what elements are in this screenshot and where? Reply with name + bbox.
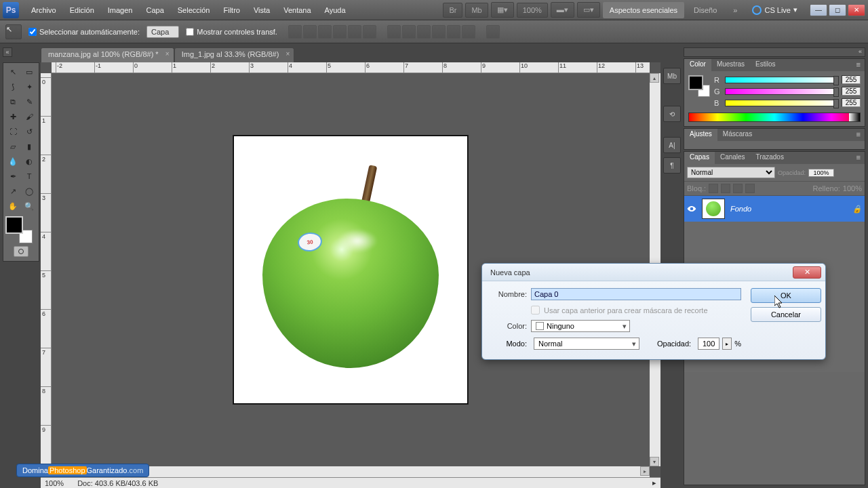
quick-select-tool[interactable]: ✦ (21, 79, 37, 94)
window-minimize[interactable]: — (810, 4, 827, 16)
blend-mode-select[interactable]: Normal (687, 167, 775, 178)
view-extras-dropdown[interactable]: ▦▾ (491, 2, 514, 18)
align-right-icon[interactable] (363, 25, 376, 39)
align-vcenter-icon[interactable] (303, 25, 317, 39)
tab-close-icon[interactable]: × (286, 50, 290, 58)
color-panel-menu[interactable]: ≡ (852, 59, 865, 71)
r-slider[interactable] (725, 77, 837, 83)
color-fg-swatch[interactable] (688, 75, 703, 90)
layer-visibility-icon[interactable] (684, 204, 699, 214)
dist-vcenter-icon[interactable] (402, 25, 416, 39)
layer-thumbnail[interactable] (702, 199, 725, 219)
autoselect-target-select[interactable]: Capa (146, 26, 179, 38)
g-value[interactable]: 255 (842, 87, 861, 96)
color-spectrum[interactable] (688, 113, 861, 122)
bridge-button[interactable]: Br (443, 3, 462, 18)
lock-pixels-icon[interactable] (721, 184, 730, 193)
adjustments-panel-menu[interactable]: ≡ (852, 129, 865, 141)
menu-edicion[interactable]: Edición (63, 2, 101, 18)
b-value[interactable]: 255 (842, 98, 861, 107)
path-select-tool[interactable]: ↗ (5, 184, 21, 199)
eraser-tool[interactable]: ▱ (5, 139, 21, 154)
zoom-tool[interactable]: 🔍 (21, 199, 37, 214)
panel-icon-paragraph[interactable]: ¶ (663, 157, 681, 174)
menu-ayuda[interactable]: Ayuda (318, 2, 353, 18)
tab-swatches[interactable]: Muestras (711, 59, 750, 71)
dist-bottom-icon[interactable] (417, 25, 431, 39)
screen-mode-dropdown[interactable]: ▭▾ (577, 2, 600, 18)
menu-capa[interactable]: Capa (139, 2, 170, 18)
tab-styles[interactable]: Estilos (750, 59, 781, 71)
document-tab-manzana[interactable]: manzana.jpg al 100% (RGB/8#) * × (41, 47, 174, 62)
layers-panel-menu[interactable]: ≡ (852, 152, 865, 164)
b-slider[interactable] (725, 100, 837, 106)
align-left-icon[interactable] (333, 25, 347, 39)
window-maximize[interactable]: ◻ (829, 4, 846, 16)
fill-value[interactable]: 100% (843, 184, 862, 192)
tabstrip-expand[interactable]: « (3, 47, 12, 57)
stamp-tool[interactable]: ⛶ (5, 124, 21, 139)
show-transform-check[interactable] (186, 28, 194, 36)
dialog-titlebar[interactable]: Nueva capa ✕ (482, 264, 825, 281)
healing-tool[interactable]: ✚ (5, 109, 21, 124)
r-value[interactable]: 255 (842, 75, 861, 84)
tab-channels[interactable]: Canales (715, 152, 751, 164)
menu-seleccion[interactable]: Selección (171, 2, 217, 18)
lock-position-icon[interactable] (733, 184, 743, 193)
show-transform-checkbox[interactable]: Mostrar controles transf. (186, 28, 277, 36)
panel-icon-history[interactable]: ⟲ (663, 106, 681, 122)
workspace-more[interactable]: » (726, 2, 744, 18)
type-tool[interactable]: T (21, 169, 37, 184)
layer-color-select[interactable]: Ninguno (531, 320, 630, 332)
scroll-right-button[interactable]: ▸ (640, 466, 650, 476)
zoom-dropdown[interactable]: 100% (517, 3, 548, 18)
crop-tool[interactable]: ⧉ (5, 94, 21, 109)
menu-archivo[interactable]: Archivo (24, 2, 63, 18)
status-doc[interactable]: Doc: 403.6 KB/403.6 KB (77, 479, 158, 487)
eyedropper-tool[interactable]: ✎ (21, 94, 37, 109)
foreground-background-colors[interactable] (5, 216, 37, 243)
layer-name[interactable]: Fondo (728, 205, 850, 213)
tab-masks[interactable]: Máscaras (717, 129, 757, 141)
panel-icon-character[interactable]: A| (663, 137, 681, 153)
dialog-close-button[interactable]: ✕ (793, 266, 821, 279)
foreground-swatch[interactable] (5, 216, 23, 234)
menu-imagen[interactable]: Imagen (101, 2, 140, 18)
align-hcenter-icon[interactable] (348, 25, 361, 39)
shape-tool[interactable]: ◯ (21, 184, 37, 199)
ok-button[interactable]: OK (751, 288, 821, 303)
brush-tool[interactable]: 🖌 (21, 109, 37, 124)
autoalign-icon[interactable] (486, 25, 500, 39)
layer-mode-select[interactable]: Normal (534, 338, 639, 350)
panels-collapse[interactable]: « (684, 47, 865, 57)
scroll-up-button[interactable]: ▴ (650, 73, 659, 83)
move-tool[interactable]: ↖ (5, 64, 21, 79)
layer-name-input[interactable] (531, 288, 741, 300)
menu-ventana[interactable]: Ventana (277, 2, 317, 18)
hand-tool[interactable]: ✋ (5, 199, 21, 214)
workspace-design[interactable]: Diseño (687, 2, 724, 18)
tab-layers[interactable]: Capas (684, 152, 715, 164)
lasso-tool[interactable]: ⟆ (5, 79, 21, 94)
autoselect-checkbox[interactable]: Seleccionar automáticamente: (28, 28, 140, 36)
dialog-opacity-input[interactable] (698, 338, 719, 350)
menu-filtro[interactable]: Filtro (216, 2, 246, 18)
dist-right-icon[interactable] (462, 25, 475, 39)
arrange-dropdown[interactable]: ▬▾ (551, 2, 574, 18)
layer-row-fondo[interactable]: Fondo 🔒 (684, 196, 865, 222)
menu-vista[interactable]: Vista (247, 2, 277, 18)
lock-all-icon[interactable] (745, 184, 755, 193)
align-top-icon[interactable] (288, 25, 302, 39)
lock-transparency-icon[interactable] (709, 184, 718, 193)
opacity-stepper[interactable]: ▸ (722, 338, 732, 350)
gradient-tool[interactable]: ▮ (21, 139, 37, 154)
workspace-essentials[interactable]: Aspectos esenciales (603, 2, 684, 18)
tab-color[interactable]: Color (684, 59, 711, 71)
minibridge-button[interactable]: Mb (465, 3, 488, 18)
dist-left-icon[interactable] (432, 25, 446, 39)
tab-paths[interactable]: Trazados (751, 152, 789, 164)
opacity-value[interactable]: 100% (808, 169, 834, 177)
cancel-button[interactable]: Cancelar (751, 307, 821, 322)
autoselect-check[interactable] (28, 28, 37, 36)
blur-tool[interactable]: 💧 (5, 154, 21, 169)
